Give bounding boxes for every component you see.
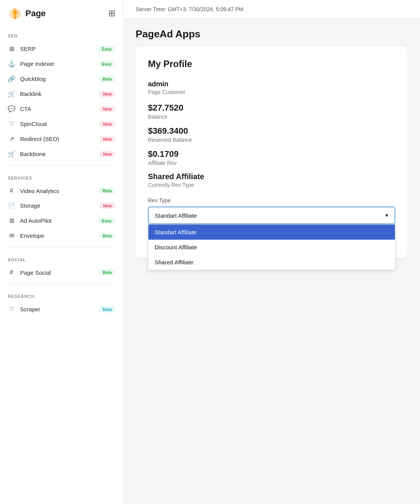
sidebar-item-redirect-seo[interactable]: ↗ Redirect (SEO) New bbox=[0, 131, 123, 146]
sidebar-item-quickblog[interactable]: 🔗 Quickblog Beta bbox=[0, 71, 123, 86]
ad-autopilot-badge: Easy bbox=[98, 218, 115, 224]
backlink-badge: New bbox=[99, 91, 115, 97]
backbone-badge: New bbox=[99, 151, 115, 157]
quickblog-label: Quickblog bbox=[20, 76, 46, 82]
rev-type-select-wrapper[interactable]: Standart Affiliate ▾ Standart Affiliate … bbox=[148, 207, 395, 224]
nav-section-social: SOCIAL # Page Social Beta bbox=[0, 251, 123, 280]
chevron-down-icon: ▾ bbox=[385, 212, 388, 219]
sidebar-item-video-analytics[interactable]: # Video Analytics Beta bbox=[0, 183, 123, 198]
sidebar-item-backbone[interactable]: 🛒 Backbone New bbox=[0, 146, 123, 161]
spincloud-badge: New bbox=[99, 121, 115, 127]
backbone-icon: 🛒 bbox=[8, 150, 15, 158]
envelope-badge: Beta bbox=[99, 233, 115, 239]
affiliate-rev-stat: $0.1709 Affiliate Rev bbox=[148, 149, 395, 166]
sidebar-item-spincloud[interactable]: ♡ SpinCloud New bbox=[0, 116, 123, 131]
sidebar-item-page-indexer[interactable]: ⚓ Page Indexer Easy bbox=[0, 56, 123, 71]
page-indexer-badge: Easy bbox=[98, 61, 115, 67]
storage-label: Storage bbox=[20, 202, 40, 209]
scraper-label: Scraper bbox=[20, 306, 40, 312]
nav-section-seo: SEO ⊞ SERP Easy ⚓ Page Indexer Easy 🔗 Qu… bbox=[0, 27, 123, 161]
sidebar-item-serp[interactable]: ⊞ SERP Easy bbox=[0, 41, 123, 56]
storage-badge: New bbox=[99, 203, 115, 209]
storage-icon: 📄 bbox=[8, 202, 15, 209]
balance-stat: $27.7520 Balance bbox=[148, 103, 395, 120]
page-social-icon: # bbox=[8, 269, 15, 276]
rev-type-select-display[interactable]: Standart Affiliate ▾ bbox=[148, 207, 395, 224]
rev-type-current-value: Shared Affiliate bbox=[148, 172, 395, 181]
rev-type-section: Rev Type Standart Affiliate ▾ Standart A… bbox=[148, 197, 395, 245]
reserved-balance-value: $369.3400 bbox=[148, 126, 395, 136]
page-social-badge: Beta bbox=[99, 269, 115, 276]
rev-type-field-label: Rev Type bbox=[148, 197, 395, 203]
balance-value: $27.7520 bbox=[148, 103, 395, 113]
nav-section-research: RESEARCH ♡ Scraper Data bbox=[0, 288, 123, 317]
reserved-balance-stat: $369.3400 Reserved Balance bbox=[148, 126, 395, 143]
redirect-badge: New bbox=[99, 136, 115, 142]
redirect-label: Redirect (SEO) bbox=[20, 136, 59, 142]
sidebar-item-cta[interactable]: 💬 CTA New bbox=[0, 101, 123, 116]
sidebar-item-scraper[interactable]: ♡ Scraper Data bbox=[0, 302, 123, 317]
sidebar: Page ⊞ SEO ⊞ SERP Easy ⚓ Page Indexer Ea… bbox=[0, 0, 123, 504]
logo-area: Page bbox=[8, 6, 46, 21]
divider-social-research bbox=[8, 284, 115, 284]
sidebar-item-page-social[interactable]: # Page Social Beta bbox=[0, 265, 123, 280]
profile-role: Page Customer bbox=[148, 89, 395, 95]
cta-badge: New bbox=[99, 106, 115, 112]
envelope-icon: ✉ bbox=[8, 232, 15, 239]
page-social-label: Page Social bbox=[20, 269, 51, 276]
quickblog-badge: Beta bbox=[99, 76, 115, 82]
server-time: Server Time: GMT+3, 7/30/2024, 5:09:47 P… bbox=[136, 6, 244, 12]
logo-icon bbox=[8, 6, 22, 21]
video-analytics-label: Video Analytics bbox=[20, 188, 59, 194]
seo-section-label: SEO bbox=[0, 34, 123, 41]
main-title-bar: PageAd Apps bbox=[123, 19, 420, 46]
backlink-icon: 🛒 bbox=[8, 90, 15, 97]
sidebar-item-ad-autopilot[interactable]: ⊞ Ad AutoPilot Easy bbox=[0, 213, 123, 228]
backbone-label: Backbone bbox=[20, 151, 46, 157]
spincloud-label: SpinCloud bbox=[20, 121, 47, 127]
scraper-badge: Data bbox=[99, 306, 115, 312]
dropdown-option-discount-affiliate[interactable]: Discount Affiliate bbox=[148, 240, 395, 255]
main-content: Server Time: GMT+3, 7/30/2024, 5:09:47 P… bbox=[123, 0, 420, 504]
sidebar-item-storage[interactable]: 📄 Storage New bbox=[0, 198, 123, 213]
balance-label: Balance bbox=[148, 114, 395, 120]
quickblog-icon: 🔗 bbox=[8, 75, 15, 82]
page-title: PageAd Apps bbox=[136, 28, 408, 40]
cta-icon: 💬 bbox=[8, 105, 15, 113]
dropdown-option-shared-affiliate[interactable]: Shared Affiliate bbox=[148, 255, 395, 270]
reserved-balance-label: Reserved Balance bbox=[148, 137, 395, 143]
sidebar-header: Page ⊞ bbox=[0, 0, 123, 27]
profile-username: admin bbox=[148, 80, 395, 88]
social-section-label: SOCIAL bbox=[0, 257, 123, 265]
spincloud-icon: ♡ bbox=[8, 120, 15, 128]
profile-title: My Profile bbox=[148, 59, 395, 69]
affiliate-rev-value: $0.1709 bbox=[148, 149, 395, 159]
serp-badge: Easy bbox=[98, 46, 115, 52]
profile-card: My Profile admin Page Customer $27.7520 … bbox=[136, 46, 408, 258]
scraper-icon: ♡ bbox=[8, 306, 15, 313]
svg-point-3 bbox=[14, 17, 16, 18]
rev-type-current-label: Currently Rev Type bbox=[148, 182, 395, 188]
page-indexer-icon: ⚓ bbox=[8, 60, 15, 67]
dropdown-option-standart-affiliate[interactable]: Standart Affiliate bbox=[148, 225, 395, 240]
divider-seo-services bbox=[8, 165, 115, 166]
ad-autopilot-icon: ⊞ bbox=[8, 217, 15, 224]
research-section-label: RESEARCH bbox=[0, 294, 123, 302]
services-section-label: SERVICES bbox=[0, 176, 123, 183]
serp-label: SERP bbox=[20, 45, 36, 52]
sidebar-item-envelope[interactable]: ✉ Envelope Beta bbox=[0, 228, 123, 243]
selected-option-text: Standart Affiliate bbox=[155, 212, 197, 219]
backlink-label: Backlink bbox=[20, 91, 42, 97]
page-indexer-label: Page Indexer bbox=[20, 60, 54, 67]
video-analytics-icon: # bbox=[8, 187, 15, 194]
affiliate-rev-label: Affiliate Rev bbox=[148, 160, 395, 166]
ad-autopilot-label: Ad AutoPilot bbox=[20, 217, 52, 224]
sidebar-item-backlink[interactable]: 🛒 Backlink New bbox=[0, 86, 123, 101]
serp-icon: ⊞ bbox=[8, 45, 15, 52]
main-header: Server Time: GMT+3, 7/30/2024, 5:09:47 P… bbox=[123, 0, 420, 19]
video-analytics-badge: Beta bbox=[99, 188, 115, 194]
divider-services-social bbox=[8, 247, 115, 247]
grid-icon[interactable]: ⊞ bbox=[108, 8, 115, 18]
redirect-icon: ↗ bbox=[8, 135, 15, 143]
content-area: My Profile admin Page Customer $27.7520 … bbox=[123, 46, 420, 270]
